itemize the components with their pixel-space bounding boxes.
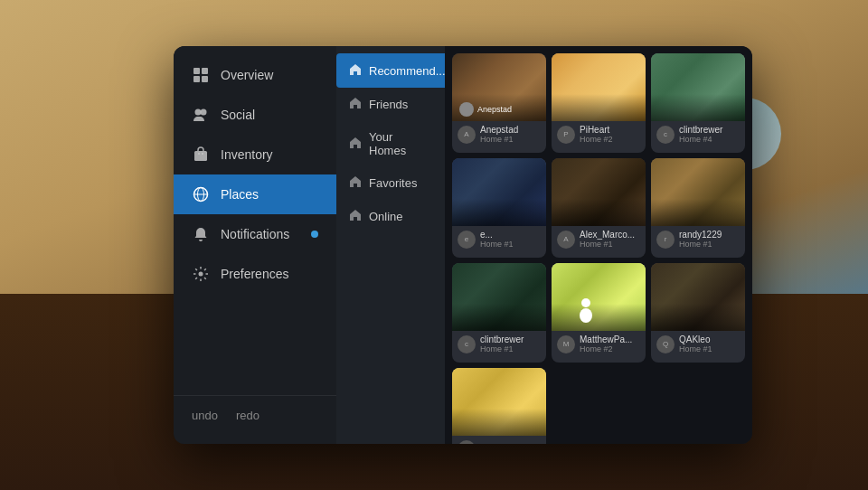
submenu-online-label: Online (369, 210, 403, 223)
sidebar-item-notifications[interactable]: Notifications (174, 214, 336, 254)
home-icon-friends (349, 97, 362, 112)
submenu-item-recommended[interactable]: Recommend... 1 (336, 53, 445, 88)
place-card-9[interactable]: Q QAKleo Home #1 (651, 263, 745, 363)
sidebar-item-overview[interactable]: Overview (174, 55, 336, 95)
notification-dot (311, 231, 318, 238)
place-info-9: Q QAKleo Home #1 (651, 331, 745, 357)
username-3: clintbrewer (679, 125, 740, 135)
avatar-8: M (557, 335, 575, 353)
place-info-6: r randy1229 Home #1 (651, 226, 745, 252)
homename-2: Home #2 (580, 135, 640, 144)
meta-5: Alex_Marco... Home #1 (580, 230, 640, 249)
places-icon (192, 185, 210, 203)
place-info-5: A Alex_Marco... Home #1 (552, 226, 646, 252)
submenu-item-favorites[interactable]: Favorites (336, 166, 445, 200)
meta-10: ... Home #1 (480, 439, 541, 444)
place-card-2[interactable]: P PiHeart Home #2 (552, 53, 646, 153)
homename-9: Home #1 (679, 344, 740, 353)
submenu-recommended-label: Recommend... (369, 64, 446, 78)
sidebar-item-social[interactable]: Social (174, 95, 336, 135)
homename-1: Home #1 (480, 135, 541, 144)
sidebar-item-inventory-label: Inventory (221, 147, 273, 162)
avatar-7: c (458, 335, 476, 353)
place-card-10[interactable]: · ... Home #1 (452, 368, 546, 444)
meta-8: MatthewPa... Home #2 (580, 335, 640, 353)
avatar-4: e (458, 231, 476, 249)
homename-7: Home #1 (480, 344, 541, 353)
place-card-3[interactable]: c clintbrewer Home #4 (651, 53, 745, 153)
submenu-item-friends[interactable]: Friends (336, 88, 445, 121)
submenu-yourhomes-label: Your Homes (369, 130, 432, 157)
svg-rect-0 (193, 68, 200, 74)
place-info-1: A Anepstad Home #1 (452, 121, 546, 147)
place-thumb-6 (651, 158, 745, 226)
inventory-icon (192, 146, 210, 164)
avatar-1: A (458, 126, 476, 144)
home-icon-yourhomes (349, 137, 362, 152)
place-info-3: c clintbrewer Home #4 (651, 121, 745, 147)
place-card-4[interactable]: e e... Home #1 (452, 158, 546, 258)
username-10: ... (480, 439, 541, 444)
place-thumb-8 (552, 263, 646, 331)
notifications-icon (192, 225, 210, 243)
svg-rect-3 (202, 76, 208, 82)
avatar-9: Q (656, 335, 675, 353)
places-grid: Anepstad A Anepstad Home #1 P PiH (445, 46, 752, 444)
place-thumb-1: Anepstad (452, 53, 546, 121)
avatar-10: · (458, 440, 476, 445)
sidebar-item-places[interactable]: Places (174, 174, 336, 214)
username-8: MatthewPa... (580, 335, 640, 344)
place-card-8[interactable]: M MatthewPa... Home #2 (552, 263, 646, 363)
place-card-7[interactable]: c clintbrewer Home #1 (452, 263, 546, 363)
username-4: e... (480, 230, 541, 240)
username-1: Anepstad (480, 125, 541, 135)
place-card-6[interactable]: r randy1229 Home #1 (651, 158, 745, 258)
meta-6: randy1229 Home #1 (679, 230, 740, 249)
homename-4: Home #1 (480, 240, 541, 249)
sidebar-item-preferences[interactable]: Preferences (174, 254, 336, 294)
avatar-3: c (656, 126, 675, 144)
avatar-2: P (557, 126, 575, 144)
sidebar-item-preferences-label: Preferences (221, 267, 288, 281)
redo-button[interactable]: redo (236, 409, 259, 422)
submenu-item-online[interactable]: Online (336, 200, 445, 233)
home-icon-favorites (349, 175, 362, 191)
sidebar-item-social-label: Social (221, 108, 255, 122)
meta-4: e... Home #1 (480, 230, 541, 249)
social-icon (192, 106, 210, 124)
home-icon-recommended (349, 63, 362, 79)
sidebar-item-places-label: Places (221, 187, 259, 202)
svg-rect-1 (202, 68, 208, 74)
place-thumb-3 (651, 53, 745, 121)
place-thumb-5 (552, 158, 646, 226)
homename-3: Home #4 (679, 135, 740, 144)
place-info-2: P PiHeart Home #2 (552, 121, 646, 147)
place-info-7: c clintbrewer Home #1 (452, 331, 546, 357)
main-panel: Overview Social Inventory (174, 46, 752, 444)
meta-7: clintbrewer Home #1 (480, 335, 541, 353)
username-6: randy1229 (679, 230, 740, 240)
home-icon-online (349, 209, 362, 224)
meta-9: QAKleo Home #1 (679, 335, 740, 353)
svg-rect-6 (194, 151, 207, 161)
overview-icon (192, 66, 210, 84)
svg-point-12 (199, 272, 203, 277)
sidebar-item-inventory[interactable]: Inventory (174, 135, 336, 174)
undo-button[interactable]: undo (192, 409, 218, 422)
place-info-8: M MatthewPa... Home #2 (552, 331, 646, 357)
place-info-10: · ... Home #1 (452, 436, 546, 444)
username-9: QAKleo (679, 335, 740, 344)
place-thumb-7 (452, 263, 546, 331)
sidebar-item-notifications-label: Notifications (221, 227, 289, 241)
place-card-1[interactable]: Anepstad A Anepstad Home #1 (452, 53, 546, 153)
homename-6: Home #1 (679, 240, 740, 249)
place-thumb-2 (552, 53, 646, 121)
submenu-item-your-homes[interactable]: Your Homes (336, 121, 445, 166)
preferences-icon (192, 265, 210, 283)
place-card-5[interactable]: A Alex_Marco... Home #1 (552, 158, 646, 258)
svg-rect-2 (193, 76, 200, 82)
svg-point-7 (198, 153, 200, 155)
homename-8: Home #2 (580, 344, 640, 353)
svg-point-4 (195, 109, 202, 116)
avatar-5: A (557, 231, 575, 249)
